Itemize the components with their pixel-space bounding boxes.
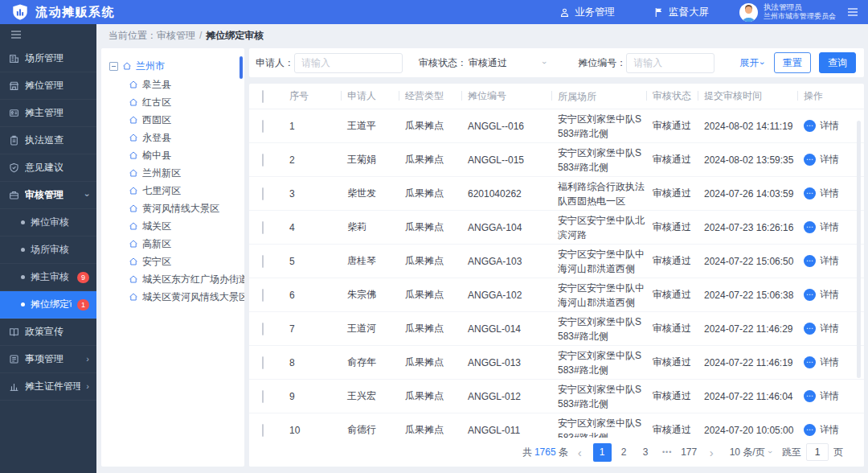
sidebar-item-label: 摊位审核 (31, 216, 69, 229)
cell-operation: ⋯详情 (804, 153, 864, 167)
chevron-right-icon: › (86, 355, 89, 364)
notification-badge: 1 (77, 299, 89, 311)
tree-node[interactable]: 七里河区 (109, 182, 244, 199)
nav-supervision-screen[interactable]: 监督大屏 (634, 0, 728, 24)
sidebar-item-stall-management[interactable]: 摊位管理 (0, 72, 96, 100)
row-checkbox[interactable] (262, 187, 264, 200)
row-checkbox[interactable] (262, 120, 264, 133)
tree-node[interactable]: 红古区 (109, 93, 244, 111)
jump-label: 跳至 (782, 446, 801, 459)
row-checkbox[interactable] (262, 255, 264, 268)
sidebar-item-policy-promotion[interactable]: 政策宣传 (0, 319, 96, 346)
row-checkbox[interactable] (262, 390, 264, 403)
sidebar-item-vendor-certificate-management[interactable]: 摊主证件管理› (0, 373, 96, 401)
cell-venue: 安宁区刘家堡中队S583#路北侧 (558, 348, 653, 377)
home-icon (129, 150, 138, 160)
home-icon (122, 61, 132, 71)
sidebar-item-stall-binding-audit[interactable]: 摊位绑定审核1 (0, 291, 96, 319)
cell-applicant: 朱宗佛 (347, 288, 405, 302)
page-button-1[interactable]: 1 (593, 443, 612, 462)
sidebar-item-matter-management[interactable]: 事项管理› (0, 346, 96, 373)
tree-scrollbar[interactable] (240, 56, 243, 79)
row-checkbox[interactable] (262, 356, 264, 369)
next-page-button[interactable]: › (705, 446, 719, 459)
tree-node[interactable]: 安宁区 (109, 253, 244, 270)
cell-seq: 4 (289, 222, 347, 233)
cell-stall-code: ANGGA-102 (468, 290, 558, 301)
header-menu-icon[interactable] (847, 7, 858, 17)
row-checkbox[interactable] (262, 221, 264, 234)
sidebar-item-feedback[interactable]: 意见建议 (0, 154, 96, 182)
sidebar-item-place-management[interactable]: 场所管理 (0, 45, 96, 72)
cell-business-type: 瓜果摊点 (405, 220, 468, 234)
jump-suffix: 页 (833, 446, 843, 459)
sidebar-item-audit-management[interactable]: 审核管理› (0, 182, 96, 209)
tree-node[interactable]: 城关区东方红广场办街道 (109, 270, 244, 288)
detail-button[interactable]: ⋯详情 (804, 288, 864, 302)
select-all-checkbox[interactable] (262, 90, 264, 103)
page-button-3[interactable]: 3 (637, 443, 655, 462)
prev-page-button[interactable]: ‹ (573, 446, 587, 459)
cell-seq: 8 (289, 357, 347, 368)
row-checkbox[interactable] (262, 289, 264, 302)
sidebar-collapse-icon[interactable] (10, 30, 22, 39)
page-button-177[interactable]: 177 (680, 443, 698, 462)
cell-operation: ⋯详情 (804, 119, 864, 133)
detail-button[interactable]: ⋯详情 (804, 389, 864, 403)
detail-label: 详情 (820, 254, 839, 268)
expand-filters-link[interactable]: 展开 › (739, 56, 764, 70)
jump-page-input[interactable]: 1 (806, 443, 829, 461)
applicant-input[interactable] (294, 53, 403, 73)
table-scrollbar[interactable] (857, 121, 861, 378)
tree-node[interactable]: 永登县 (109, 129, 244, 146)
nav-business-management[interactable]: 业务管理 (540, 0, 634, 24)
detail-button[interactable]: ⋯详情 (804, 423, 864, 437)
sidebar-item-stall-audit[interactable]: 摊位审核 (0, 209, 96, 236)
tree-node[interactable]: 黄河风情线大景区 (109, 199, 244, 217)
detail-button[interactable]: ⋯详情 (804, 220, 864, 234)
page-button-2[interactable]: 2 (615, 443, 633, 462)
stall-code-input[interactable] (626, 53, 714, 73)
user-avatar[interactable] (739, 3, 758, 22)
list-icon (9, 354, 19, 364)
detail-button[interactable]: ⋯详情 (804, 187, 864, 200)
row-checkbox[interactable] (262, 154, 264, 167)
tree-node-label: 城关区黄河风情线大景区街道 (142, 290, 244, 304)
sidebar-item-venue-audit[interactable]: 场所审核 (0, 236, 96, 264)
cell-stall-code: ANGGL-012 (468, 391, 558, 402)
tree-collapse-icon[interactable] (109, 62, 118, 71)
cell-stall-code: ANGGA-104 (468, 222, 558, 233)
reset-button[interactable]: 重置 (774, 52, 811, 73)
tree-node[interactable]: 榆中县 (109, 146, 244, 164)
tree-node[interactable]: 皋兰县 (109, 76, 244, 93)
detail-button[interactable]: ⋯详情 (804, 119, 864, 133)
table-row: 8俞存年瓜果摊点ANGGL-013安宁区刘家堡中队S583#路北侧审核通过202… (249, 346, 864, 380)
cell-operation: ⋯详情 (804, 356, 864, 369)
row-checkbox-cell (262, 290, 289, 301)
tree-node[interactable]: 西固区 (109, 111, 244, 129)
page-size-select[interactable]: 10 条/页 › (730, 446, 771, 459)
detail-button[interactable]: ⋯详情 (804, 322, 864, 335)
tree-root-lanzhou[interactable]: 兰州市 (109, 56, 244, 76)
home-icon (129, 97, 138, 107)
cell-business-type: 瓜果摊点 (405, 322, 468, 335)
row-checkbox[interactable] (262, 424, 264, 437)
sidebar-item-vendor-management[interactable]: 摊主管理 (0, 100, 96, 127)
tree-node[interactable]: 兰州新区 (109, 164, 244, 182)
row-checkbox-cell (262, 154, 289, 166)
tree-node[interactable]: 高新区 (109, 235, 244, 253)
audit-status-select[interactable]: 审核通过 › (467, 53, 550, 73)
audit-status-label: 审核状态： (419, 56, 467, 70)
tree-node[interactable]: 城关区黄河风情线大景区街道 (109, 288, 244, 306)
row-checkbox[interactable] (262, 323, 264, 335)
detail-button[interactable]: ⋯详情 (804, 254, 864, 268)
cell-audit-status: 审核通过 (653, 254, 704, 268)
sidebar-item-enforcement-patrol[interactable]: 执法巡查 (0, 127, 96, 154)
detail-button[interactable]: ⋯详情 (804, 356, 864, 369)
tree-node[interactable]: 城关区 (109, 217, 244, 235)
cell-audit-status: 审核通过 (653, 119, 704, 133)
query-button[interactable]: 查询 (819, 52, 856, 73)
sidebar-item-vendor-audit[interactable]: 摊主审核9 (0, 264, 96, 291)
detail-button[interactable]: ⋯详情 (804, 153, 864, 167)
cell-applicant: 柴莉 (347, 220, 405, 234)
